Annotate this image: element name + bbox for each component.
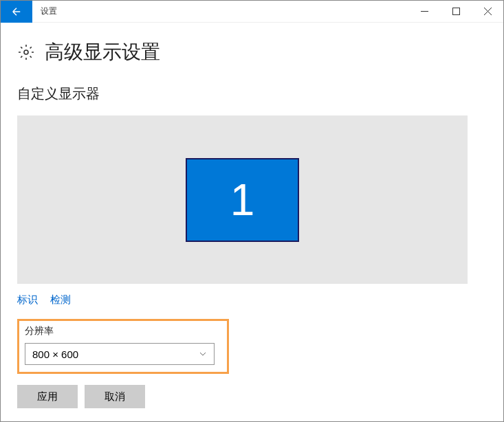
button-row: 应用 取消 xyxy=(17,385,487,408)
resolution-group-highlight: 分辨率 800 × 600 xyxy=(17,319,229,374)
display-layout-area: 1 xyxy=(17,115,468,284)
chevron-down-icon xyxy=(199,350,207,358)
monitor-number: 1 xyxy=(230,175,255,225)
gear-icon xyxy=(17,43,35,61)
titlebar: 设置 xyxy=(1,1,503,23)
maximize-button[interactable] xyxy=(440,1,472,23)
svg-point-4 xyxy=(24,50,28,54)
back-button[interactable] xyxy=(1,1,32,23)
content-area: 高级显示设置 自定义显示器 1 标识 检测 分辨率 800 × 600 应用 取… xyxy=(1,23,503,408)
cancel-button[interactable]: 取消 xyxy=(85,385,145,408)
resolution-dropdown[interactable]: 800 × 600 xyxy=(25,343,215,365)
display-links: 标识 检测 xyxy=(17,293,487,307)
svg-rect-1 xyxy=(452,8,459,15)
resolution-value: 800 × 600 xyxy=(32,348,78,360)
monitor-tile-1[interactable]: 1 xyxy=(186,158,299,242)
window-title: 设置 xyxy=(41,5,57,17)
page-title: 高级显示设置 xyxy=(45,39,160,65)
section-title: 自定义显示器 xyxy=(17,85,487,103)
apply-button[interactable]: 应用 xyxy=(17,385,78,408)
page-header: 高级显示设置 xyxy=(17,39,487,65)
window-controls xyxy=(408,1,503,23)
resolution-label: 分辨率 xyxy=(25,325,221,337)
close-button[interactable] xyxy=(472,1,503,23)
identify-link[interactable]: 标识 xyxy=(17,293,38,307)
detect-link[interactable]: 检测 xyxy=(50,293,71,307)
minimize-button[interactable] xyxy=(408,1,440,23)
